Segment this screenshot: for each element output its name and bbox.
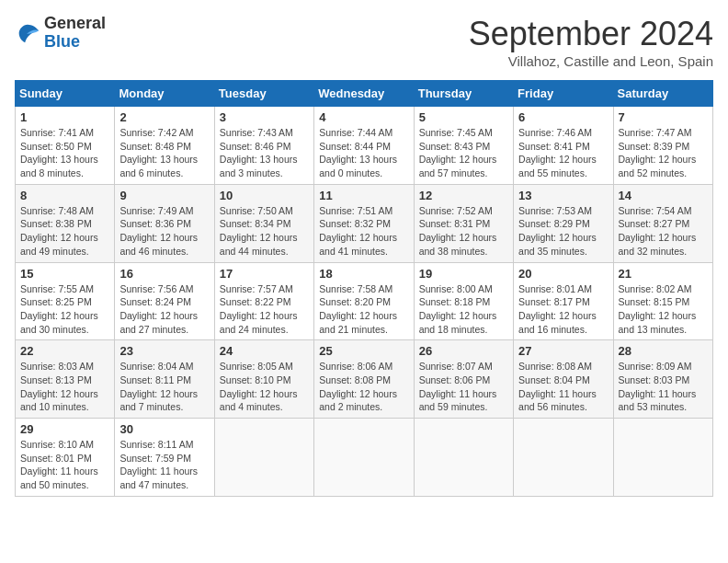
- day-number: 26: [419, 344, 508, 358]
- calendar-day-cell: 22 Sunrise: 8:03 AM Sunset: 8:13 PM Dayl…: [16, 340, 115, 419]
- calendar-day-cell: 11 Sunrise: 7:51 AM Sunset: 8:32 PM Dayl…: [314, 184, 414, 262]
- day-number: 3: [220, 110, 309, 124]
- calendar-day-cell: 30 Sunrise: 8:11 AM Sunset: 7:59 PM Dayl…: [115, 419, 214, 497]
- calendar-table: SundayMondayTuesdayWednesdayThursdayFrid…: [15, 80, 713, 497]
- calendar-day-cell: 21 Sunrise: 8:02 AM Sunset: 8:15 PM Dayl…: [613, 262, 712, 340]
- day-number: 23: [119, 344, 209, 358]
- logo: General Blue: [15, 15, 106, 52]
- calendar-header-row: SundayMondayTuesdayWednesdayThursdayFrid…: [16, 81, 713, 107]
- day-info: Sunrise: 7:51 AM Sunset: 8:32 PM Dayligh…: [319, 204, 408, 259]
- weekday-header: Thursday: [414, 81, 513, 107]
- page-header: General Blue September 2024 Villahoz, Ca…: [15, 15, 713, 69]
- day-number: 10: [220, 189, 309, 202]
- day-info: Sunrise: 7:55 AM Sunset: 8:25 PM Dayligh…: [20, 282, 109, 337]
- day-number: 22: [20, 344, 109, 358]
- calendar-week-row: 29 Sunrise: 8:10 AM Sunset: 8:01 PM Dayl…: [16, 419, 713, 497]
- day-info: Sunrise: 8:03 AM Sunset: 8:13 PM Dayligh…: [20, 360, 109, 414]
- day-info: Sunrise: 7:48 AM Sunset: 8:38 PM Dayligh…: [20, 204, 109, 259]
- day-number: 17: [220, 267, 309, 281]
- calendar-day-cell: 16 Sunrise: 7:56 AM Sunset: 8:24 PM Dayl…: [115, 262, 214, 340]
- day-info: Sunrise: 7:53 AM Sunset: 8:29 PM Dayligh…: [518, 204, 608, 259]
- day-number: 6: [518, 110, 608, 124]
- day-info: Sunrise: 7:56 AM Sunset: 8:24 PM Dayligh…: [119, 282, 209, 337]
- calendar-day-cell: 20 Sunrise: 8:01 AM Sunset: 8:17 PM Dayl…: [514, 262, 613, 340]
- day-info: Sunrise: 7:46 AM Sunset: 8:41 PM Dayligh…: [518, 126, 608, 180]
- day-info: Sunrise: 7:57 AM Sunset: 8:22 PM Dayligh…: [220, 282, 309, 337]
- weekday-header: Sunday: [16, 81, 115, 107]
- title-block: September 2024 Villahoz, Castille and Le…: [469, 15, 713, 69]
- day-number: 9: [119, 189, 209, 202]
- calendar-day-cell: [613, 419, 712, 497]
- weekday-header: Wednesday: [314, 81, 414, 107]
- calendar-day-cell: 3 Sunrise: 7:43 AM Sunset: 8:46 PM Dayli…: [214, 107, 313, 185]
- day-info: Sunrise: 7:52 AM Sunset: 8:31 PM Dayligh…: [419, 204, 508, 259]
- day-info: Sunrise: 7:47 AM Sunset: 8:39 PM Dayligh…: [619, 126, 708, 180]
- day-info: Sunrise: 8:01 AM Sunset: 8:17 PM Dayligh…: [518, 282, 608, 337]
- calendar-day-cell: 12 Sunrise: 7:52 AM Sunset: 8:31 PM Dayl…: [414, 184, 513, 262]
- calendar-week-row: 22 Sunrise: 8:03 AM Sunset: 8:13 PM Dayl…: [16, 340, 713, 419]
- day-info: Sunrise: 7:41 AM Sunset: 8:50 PM Dayligh…: [20, 126, 109, 180]
- day-number: 18: [319, 267, 408, 281]
- day-info: Sunrise: 7:58 AM Sunset: 8:20 PM Dayligh…: [319, 282, 408, 337]
- calendar-day-cell: 24 Sunrise: 8:05 AM Sunset: 8:10 PM Dayl…: [214, 340, 313, 419]
- day-number: 5: [419, 110, 508, 124]
- calendar-week-row: 1 Sunrise: 7:41 AM Sunset: 8:50 PM Dayli…: [16, 107, 713, 185]
- day-number: 11: [319, 189, 408, 202]
- calendar-day-cell: 27 Sunrise: 8:08 AM Sunset: 8:04 PM Dayl…: [514, 340, 613, 419]
- day-info: Sunrise: 8:00 AM Sunset: 8:18 PM Dayligh…: [419, 282, 508, 337]
- day-number: 13: [518, 189, 608, 202]
- day-info: Sunrise: 8:07 AM Sunset: 8:06 PM Dayligh…: [419, 360, 508, 414]
- weekday-header: Saturday: [613, 81, 712, 107]
- day-info: Sunrise: 8:02 AM Sunset: 8:15 PM Dayligh…: [619, 282, 708, 337]
- calendar-day-cell: 5 Sunrise: 7:45 AM Sunset: 8:43 PM Dayli…: [414, 107, 513, 185]
- day-info: Sunrise: 7:54 AM Sunset: 8:27 PM Dayligh…: [619, 204, 708, 259]
- day-info: Sunrise: 8:08 AM Sunset: 8:04 PM Dayligh…: [518, 360, 608, 414]
- day-info: Sunrise: 8:06 AM Sunset: 8:08 PM Dayligh…: [319, 360, 408, 414]
- calendar-body: 1 Sunrise: 7:41 AM Sunset: 8:50 PM Dayli…: [16, 107, 713, 497]
- day-info: Sunrise: 8:09 AM Sunset: 8:03 PM Dayligh…: [619, 360, 708, 414]
- logo-text: General Blue: [44, 15, 106, 52]
- day-info: Sunrise: 7:43 AM Sunset: 8:46 PM Dayligh…: [220, 126, 309, 180]
- calendar-day-cell: [314, 419, 414, 497]
- calendar-day-cell: 17 Sunrise: 7:57 AM Sunset: 8:22 PM Dayl…: [214, 262, 313, 340]
- day-number: 20: [518, 267, 608, 281]
- calendar-day-cell: 14 Sunrise: 7:54 AM Sunset: 8:27 PM Dayl…: [613, 184, 712, 262]
- logo-general: General: [44, 14, 106, 32]
- month-title: September 2024: [469, 15, 713, 53]
- weekday-header: Monday: [115, 81, 214, 107]
- day-number: 1: [20, 110, 109, 124]
- day-number: 16: [119, 267, 209, 281]
- day-number: 15: [20, 267, 109, 281]
- calendar-day-cell: [214, 419, 313, 497]
- calendar-day-cell: 2 Sunrise: 7:42 AM Sunset: 8:48 PM Dayli…: [115, 107, 214, 185]
- day-number: 24: [220, 344, 309, 358]
- calendar-day-cell: [514, 419, 613, 497]
- calendar-day-cell: 9 Sunrise: 7:49 AM Sunset: 8:36 PM Dayli…: [115, 184, 214, 262]
- weekday-header: Friday: [514, 81, 613, 107]
- day-info: Sunrise: 7:44 AM Sunset: 8:44 PM Dayligh…: [319, 126, 408, 180]
- day-number: 28: [619, 344, 708, 358]
- day-number: 12: [419, 189, 508, 202]
- calendar-day-cell: 10 Sunrise: 7:50 AM Sunset: 8:34 PM Dayl…: [214, 184, 313, 262]
- day-number: 4: [319, 110, 408, 124]
- calendar-day-cell: 13 Sunrise: 7:53 AM Sunset: 8:29 PM Dayl…: [514, 184, 613, 262]
- day-number: 19: [419, 267, 508, 281]
- day-info: Sunrise: 7:50 AM Sunset: 8:34 PM Dayligh…: [220, 204, 309, 259]
- calendar-day-cell: 6 Sunrise: 7:46 AM Sunset: 8:41 PM Dayli…: [514, 107, 613, 185]
- calendar-day-cell: 4 Sunrise: 7:44 AM Sunset: 8:44 PM Dayli…: [314, 107, 414, 185]
- logo-bird-icon: [15, 20, 40, 46]
- calendar-week-row: 8 Sunrise: 7:48 AM Sunset: 8:38 PM Dayli…: [16, 184, 713, 262]
- day-number: 7: [619, 110, 708, 124]
- day-info: Sunrise: 8:04 AM Sunset: 8:11 PM Dayligh…: [119, 360, 209, 414]
- calendar-week-row: 15 Sunrise: 7:55 AM Sunset: 8:25 PM Dayl…: [16, 262, 713, 340]
- day-info: Sunrise: 7:45 AM Sunset: 8:43 PM Dayligh…: [419, 126, 508, 180]
- calendar-day-cell: 26 Sunrise: 8:07 AM Sunset: 8:06 PM Dayl…: [414, 340, 513, 419]
- location: Villahoz, Castille and Leon, Spain: [469, 53, 713, 69]
- day-info: Sunrise: 8:10 AM Sunset: 8:01 PM Dayligh…: [20, 438, 109, 492]
- calendar-day-cell: 7 Sunrise: 7:47 AM Sunset: 8:39 PM Dayli…: [613, 107, 712, 185]
- day-number: 14: [619, 189, 708, 202]
- logo-blue: Blue: [44, 32, 80, 51]
- calendar-day-cell: 29 Sunrise: 8:10 AM Sunset: 8:01 PM Dayl…: [16, 419, 115, 497]
- calendar-day-cell: [414, 419, 513, 497]
- day-number: 25: [319, 344, 408, 358]
